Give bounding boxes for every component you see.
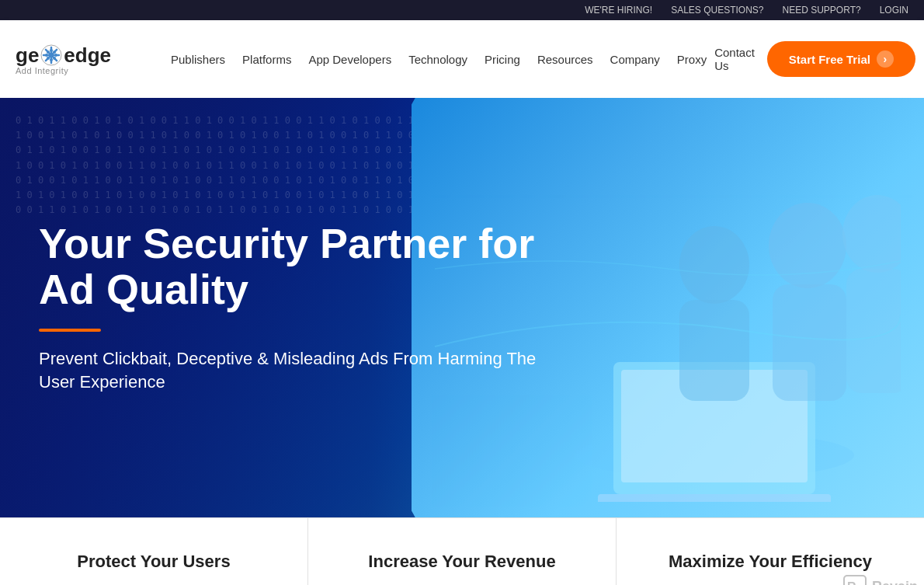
nav-resources[interactable]: Resources bbox=[530, 47, 601, 72]
nav-technology[interactable]: Technology bbox=[401, 47, 475, 72]
svg-point-12 bbox=[47, 57, 50, 60]
hero-title: Your Security Partner for Ad Quality bbox=[39, 221, 567, 313]
logo-wordmark: ge bbox=[16, 44, 111, 68]
contact-us-link[interactable]: Contact Us bbox=[714, 46, 755, 72]
logo-edge: edge bbox=[64, 44, 111, 68]
svg-rect-21 bbox=[773, 284, 846, 401]
nav-pricing[interactable]: Pricing bbox=[477, 47, 528, 72]
start-trial-button[interactable]: Start Free Trial › bbox=[767, 41, 915, 77]
card-revenue[interactable]: Increase Your Revenue bbox=[308, 517, 617, 585]
card-protect-title: Protect Your Users bbox=[77, 552, 230, 572]
nav-proxy[interactable]: Proxy bbox=[669, 47, 714, 72]
sales-link[interactable]: SALES QUESTIONS? bbox=[671, 5, 763, 16]
card-efficiency-title: Maximize Your Efficiency bbox=[669, 552, 872, 572]
logo-star-icon bbox=[40, 44, 62, 66]
svg-point-9 bbox=[47, 50, 50, 54]
logo-geo: ge bbox=[16, 44, 39, 68]
main-nav: ge bbox=[0, 20, 924, 98]
hero-title-line1: Your Security Partner for bbox=[39, 220, 534, 266]
login-link[interactable]: LOGIN bbox=[880, 5, 908, 16]
svg-point-5 bbox=[50, 49, 53, 52]
hero-section: 0 1 0 1 1 0 0 1 0 1 0 1 0 0 1 1 0 1 0 0 … bbox=[0, 98, 924, 517]
svg-point-18 bbox=[679, 226, 749, 304]
nav-app-developers[interactable]: App Developers bbox=[300, 47, 399, 72]
bottom-cards: Protect Your Users Increase Your Revenue… bbox=[0, 517, 924, 585]
svg-text:R: R bbox=[847, 580, 856, 585]
hero-divider bbox=[39, 329, 101, 332]
svg-rect-23 bbox=[846, 269, 901, 393]
hero-title-line2: Ad Quality bbox=[39, 266, 248, 312]
hero-content: Your Security Partner for Ad Quality Pre… bbox=[0, 98, 606, 517]
svg-point-20 bbox=[769, 203, 846, 288]
nav-right: Contact Us Start Free Trial › bbox=[714, 41, 915, 77]
svg-point-7 bbox=[45, 54, 48, 57]
svg-point-11 bbox=[53, 50, 56, 54]
nav-platforms[interactable]: Platforms bbox=[234, 47, 299, 72]
support-link[interactable]: NEED SUPPORT? bbox=[783, 5, 861, 16]
logo[interactable]: ge bbox=[16, 44, 140, 75]
svg-point-8 bbox=[54, 54, 57, 57]
revain-text: Revain bbox=[872, 579, 918, 586]
svg-point-10 bbox=[53, 57, 56, 60]
svg-rect-19 bbox=[679, 300, 749, 401]
nav-publishers[interactable]: Publishers bbox=[163, 47, 233, 72]
card-efficiency[interactable]: Maximize Your Efficiency R Revain bbox=[617, 517, 924, 585]
nav-links: Publishers Platforms App Developers Tech… bbox=[163, 47, 714, 72]
hero-subtitle: Prevent Clickbait, Deceptive & Misleadin… bbox=[39, 347, 567, 395]
card-revenue-title: Increase Your Revenue bbox=[368, 552, 555, 572]
svg-point-22 bbox=[842, 195, 901, 273]
card-protect[interactable]: Protect Your Users bbox=[0, 517, 308, 585]
top-bar: WE'RE HIRING! SALES QUESTIONS? NEED SUPP… bbox=[0, 0, 924, 20]
revain-watermark: R Revain bbox=[842, 574, 918, 585]
svg-point-13 bbox=[50, 54, 54, 57]
svg-rect-17 bbox=[598, 494, 831, 502]
logo-tagline: Add Integrity bbox=[16, 66, 68, 75]
start-trial-label: Start Free Trial bbox=[789, 53, 870, 66]
revain-logo-icon: R bbox=[842, 574, 867, 585]
svg-point-6 bbox=[50, 58, 53, 61]
arrow-icon: › bbox=[877, 50, 894, 68]
hiring-link[interactable]: WE'RE HIRING! bbox=[585, 5, 652, 16]
nav-company[interactable]: Company bbox=[603, 47, 668, 72]
